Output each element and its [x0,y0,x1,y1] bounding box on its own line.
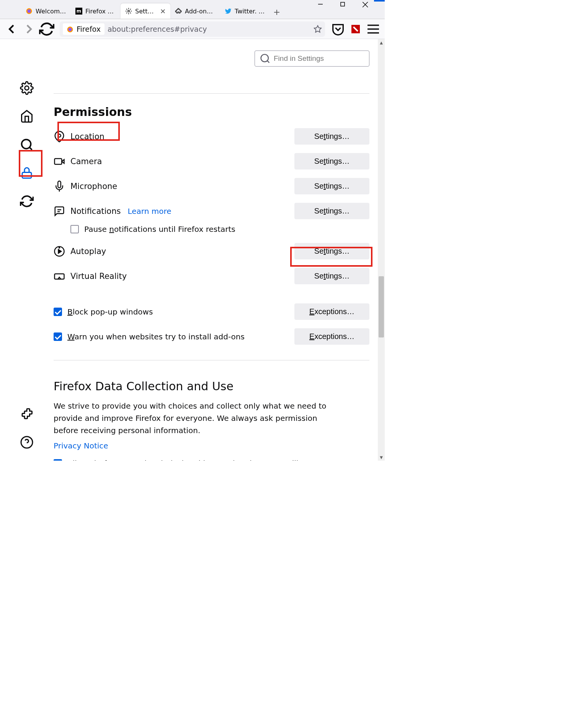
location-icon [54,131,65,142]
vr-settings-button[interactable]: Settings… [294,268,369,284]
svg-point-8 [69,28,72,31]
back-button[interactable] [4,21,19,37]
scroll-down-arrow[interactable]: ▼ [378,454,385,461]
svg-point-2 [128,10,130,12]
vertical-scrollbar[interactable]: ▲ ▼ [378,39,385,461]
window-accent [374,0,385,2]
scroll-up-arrow[interactable]: ▲ [378,39,385,46]
allow-data-row: Allow Firefox to send technical and inte… [54,459,369,461]
svg-point-21 [58,134,61,137]
tab-label: Welcome to [36,8,66,15]
block-popups-checkbox[interactable] [54,308,62,316]
gear-icon [125,8,132,15]
permission-microphone-row: Microphone Settings… [54,178,369,194]
tab-label: Twitter. It's [235,8,265,15]
warn-addons-checkbox[interactable] [54,332,62,341]
new-tab-button[interactable]: + [270,5,284,19]
pocket-button[interactable] [330,21,346,37]
sidebar-sync-icon[interactable] [20,194,34,208]
pause-notifications-checkbox[interactable] [70,225,79,233]
nav-toolbar: Firefox about:preferences#privacy [0,19,385,39]
pause-notifications-row: Pause notifications until Firefox restar… [70,225,369,234]
permissions-heading: Permissions [54,105,369,119]
close-window-button[interactable] [363,2,385,17]
identity-label: Firefox [77,25,101,33]
sidebar-help-icon[interactable] [20,435,34,449]
location-settings-button[interactable]: Settings… [294,128,369,145]
camera-settings-button[interactable]: Settings… [294,153,369,169]
privacy-notice-link[interactable]: Privacy Notice [54,441,108,450]
maximize-button[interactable] [340,2,363,17]
svg-marker-28 [59,249,62,253]
block-popups-label: Block pop-up windows [67,307,294,316]
autoplay-settings-button[interactable]: Settings… [294,243,369,259]
tab-label: Firefox Priv [85,8,116,15]
tab-strip: Welcome to m Firefox Priv Settings ✕ Add… [0,0,318,19]
permission-camera-row: Camera Settings… [54,153,369,169]
warn-addons-row: Warn you when websites try to install ad… [54,328,369,345]
notifications-learn-more-link[interactable]: Learn more [127,207,171,216]
twitter-icon [225,8,232,15]
m-icon: m [75,8,82,15]
pause-notifications-label: Pause notifications until Firefox restar… [84,225,235,234]
notifications-icon [54,205,65,217]
location-label: Location [70,132,294,141]
url-bar[interactable]: Firefox about:preferences#privacy [60,21,325,37]
firefox-icon [26,8,33,15]
svg-rect-22 [55,158,62,164]
data-collection-desc: We strive to provide you with choices an… [54,400,329,437]
notifications-label: Notifications [70,207,121,216]
titlebar: Welcome to m Firefox Priv Settings ✕ Add… [0,0,385,19]
permission-autoplay-row: Autoplay Settings… [54,243,369,259]
settings-content: Permissions Location Settings… Camera Se… [54,39,385,461]
tab-privacy[interactable]: m Firefox Priv [71,3,121,19]
tab-settings[interactable]: Settings ✕ [121,3,170,19]
allow-data-checkbox[interactable] [54,459,62,461]
find-settings-input[interactable] [274,54,364,63]
sidebar-extensions-icon[interactable] [20,407,34,421]
sidebar-home-icon[interactable] [20,109,34,123]
bookmark-star-icon[interactable] [314,25,322,33]
forward-button[interactable] [21,21,37,37]
permission-vr-row: Virtual Reality Settings… [54,268,369,284]
permission-notifications-row: Notifications Learn more Settings… [54,203,369,219]
sidebar-search-icon[interactable] [20,138,34,152]
search-icon [260,51,271,66]
camera-label: Camera [70,157,294,166]
permission-location-row: Location Settings… [54,128,369,145]
noscript-icon [351,25,360,33]
tab-welcome[interactable]: Welcome to [21,3,71,19]
addons-exceptions-button[interactable]: Exceptions… [294,328,369,345]
svg-point-13 [25,86,29,90]
tab-twitter[interactable]: Twitter. It's [220,3,270,19]
tab-label: Settings [135,8,155,15]
tab-addons[interactable]: Add-ons M [170,3,220,19]
find-settings-box[interactable] [255,51,369,67]
vr-label: Virtual Reality [70,272,294,281]
reload-button[interactable] [39,21,54,37]
notifications-settings-button[interactable]: Settings… [294,203,369,219]
popups-exceptions-button[interactable]: Exceptions… [294,303,369,320]
svg-point-14 [22,140,31,149]
extension-button[interactable] [348,21,363,37]
app-menu-button[interactable] [366,21,381,37]
tab-label: Add-ons M [185,8,216,15]
data-learn-more-link[interactable]: Learn more [310,459,354,461]
microphone-icon [54,181,65,192]
svg-rect-16 [22,173,31,178]
addon-icon [175,8,182,15]
main-area: Permissions Location Settings… Camera Se… [0,39,385,461]
scroll-thumb[interactable] [379,276,384,337]
minimize-button[interactable] [318,2,340,17]
svg-point-1 [28,10,31,13]
firefox-icon [67,26,74,33]
identity-box[interactable]: Firefox [63,23,105,35]
sidebar-general-icon[interactable] [20,81,34,95]
close-icon[interactable]: ✕ [160,7,166,15]
window-controls [318,0,385,19]
microphone-settings-button[interactable]: Settings… [294,178,369,194]
sidebar-privacy-icon[interactable] [20,166,34,180]
autoplay-icon [54,246,65,257]
data-collection-heading: Firefox Data Collection and Use [54,380,369,393]
vr-icon [54,271,65,282]
